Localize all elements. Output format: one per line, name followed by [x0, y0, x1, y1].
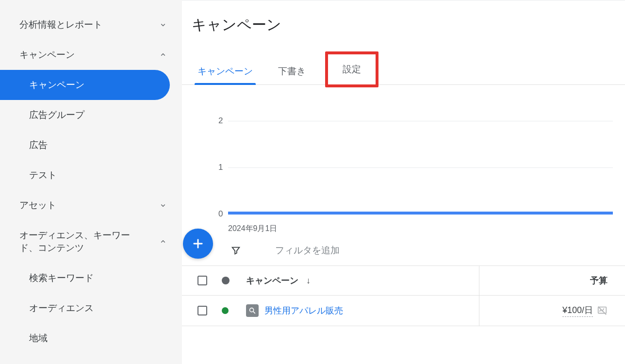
subnav-campaigns[interactable]: キャンペーン	[0, 70, 170, 100]
table-row: 男性用アパレル販売 ¥100/日	[182, 296, 625, 326]
tab-label: 設定	[343, 64, 361, 74]
column-header-campaign[interactable]: キャンペーン ↓	[246, 275, 479, 286]
tab-settings[interactable]: 設定	[325, 51, 378, 87]
tab-label: 下書き	[278, 66, 306, 76]
subnav-regions[interactable]: 地域	[0, 323, 182, 353]
chart-area: 2 1 0 2024年9月1日	[182, 85, 625, 221]
nav-assets[interactable]: アセット	[0, 190, 182, 220]
column-header-budget[interactable]: 予算	[479, 275, 615, 286]
subnav-label: 検索キーワード	[29, 273, 94, 283]
tab-drafts[interactable]: 下書き	[272, 60, 312, 84]
search-campaign-icon	[246, 304, 259, 317]
page-title: キャンペーン	[182, 15, 625, 35]
nav-item-label: オーディエンス、キーワード、コンテンツ	[19, 229, 136, 254]
y-tick-2: 2	[218, 116, 223, 126]
main-content: キャンペーン キャンペーン 下書き 設定 2 1 0 2024年9月1日	[182, 0, 625, 364]
subnav-label: キャンペーン	[29, 80, 84, 90]
campaign-name-link[interactable]: 男性用アパレル販売	[264, 305, 343, 316]
subnav-label: 広告	[29, 140, 48, 150]
subnav-ads[interactable]: 広告	[0, 130, 182, 160]
subnav-audiences[interactable]: オーディエンス	[0, 293, 182, 323]
chart-series-bar	[228, 212, 613, 215]
gridline	[228, 121, 613, 121]
tab-label: キャンペーン	[197, 66, 253, 76]
tabs: キャンペーン 下書き 設定	[182, 54, 625, 85]
nav-item-label: キャンペーン	[19, 49, 75, 61]
row-checkbox[interactable]	[197, 306, 207, 315]
nav-item-label: 分析情報とレポート	[19, 18, 102, 31]
tab-campaigns[interactable]: キャンペーン	[192, 60, 259, 84]
y-tick-1: 1	[218, 163, 223, 172]
sidebar: 分析情報とレポート キャンペーン キャンペーン 広告グループ 広告 テスト アセ…	[0, 0, 182, 364]
filter-placeholder[interactable]: フィルタを追加	[275, 244, 340, 257]
subnav-tests[interactable]: テスト	[0, 160, 182, 190]
nav-insights-reports[interactable]: 分析情報とレポート	[0, 10, 182, 40]
subnav-search-keywords[interactable]: 検索キーワード	[0, 263, 182, 293]
subnav-label: オーディエンス	[29, 303, 94, 313]
column-header-label: キャンペーン	[246, 275, 298, 286]
chart: 2 1 0 2024年9月1日	[192, 104, 615, 221]
table-header-row: キャンペーン ↓ 予算	[182, 266, 625, 296]
subnav-label: 広告グループ	[29, 110, 84, 120]
subnav-label: テスト	[29, 170, 57, 180]
subnav-label: 地域	[29, 333, 48, 343]
chevron-down-icon	[159, 20, 167, 29]
nav-campaigns[interactable]: キャンペーン	[0, 40, 182, 70]
chevron-up-icon	[159, 237, 167, 246]
status-header-icon	[222, 277, 230, 284]
budget-value[interactable]: ¥100/日	[562, 304, 593, 317]
filter-bar: フィルタを追加	[182, 235, 625, 266]
status-enabled-icon	[222, 307, 229, 314]
chevron-up-icon	[159, 50, 167, 59]
chart-disabled-icon	[597, 305, 608, 316]
nav-audiences-keywords-content[interactable]: オーディエンス、キーワード、コンテンツ	[0, 220, 182, 263]
select-all-checkbox[interactable]	[197, 276, 207, 285]
subnav-ad-groups[interactable]: 広告グループ	[0, 100, 182, 130]
column-header-label: 予算	[590, 275, 608, 286]
sort-down-icon: ↓	[306, 276, 311, 286]
plus-icon	[191, 237, 205, 250]
x-axis-start-label: 2024年9月1日	[228, 224, 277, 234]
chevron-down-icon	[159, 201, 167, 210]
gridline	[228, 167, 613, 168]
nav-item-label: アセット	[19, 199, 56, 212]
add-campaign-button[interactable]	[183, 229, 213, 259]
filter-icon[interactable]	[230, 245, 241, 256]
y-tick-0: 0	[218, 209, 223, 219]
